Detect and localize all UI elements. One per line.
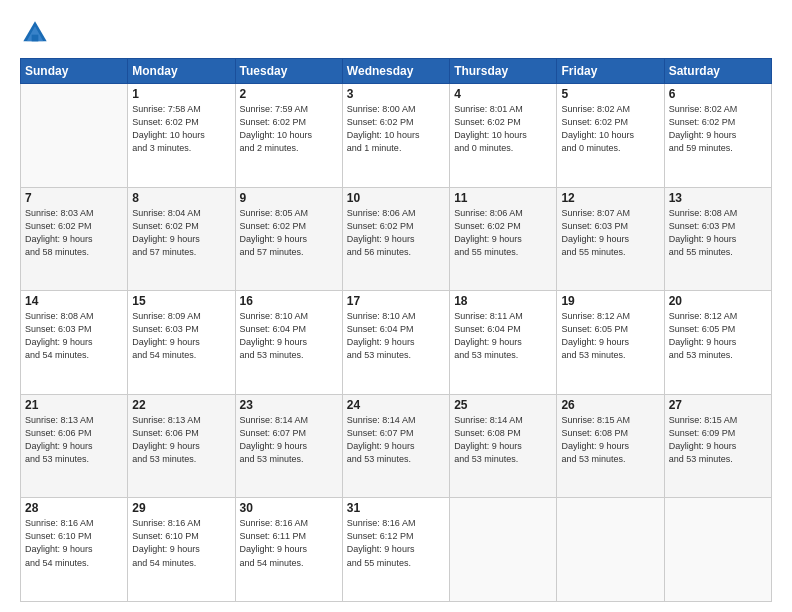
calendar-cell: 13Sunrise: 8:08 AM Sunset: 6:03 PM Dayli… — [664, 187, 771, 291]
week-row-5: 28Sunrise: 8:16 AM Sunset: 6:10 PM Dayli… — [21, 498, 772, 602]
day-info: Sunrise: 8:06 AM Sunset: 6:02 PM Dayligh… — [454, 207, 552, 259]
day-number: 28 — [25, 501, 123, 515]
day-info: Sunrise: 8:10 AM Sunset: 6:04 PM Dayligh… — [240, 310, 338, 362]
calendar-cell: 21Sunrise: 8:13 AM Sunset: 6:06 PM Dayli… — [21, 394, 128, 498]
day-number: 1 — [132, 87, 230, 101]
calendar-cell: 12Sunrise: 8:07 AM Sunset: 6:03 PM Dayli… — [557, 187, 664, 291]
calendar-cell: 30Sunrise: 8:16 AM Sunset: 6:11 PM Dayli… — [235, 498, 342, 602]
day-info: Sunrise: 8:08 AM Sunset: 6:03 PM Dayligh… — [25, 310, 123, 362]
calendar-cell: 24Sunrise: 8:14 AM Sunset: 6:07 PM Dayli… — [342, 394, 449, 498]
day-info: Sunrise: 8:15 AM Sunset: 6:08 PM Dayligh… — [561, 414, 659, 466]
day-info: Sunrise: 8:13 AM Sunset: 6:06 PM Dayligh… — [25, 414, 123, 466]
day-number: 7 — [25, 191, 123, 205]
day-info: Sunrise: 8:11 AM Sunset: 6:04 PM Dayligh… — [454, 310, 552, 362]
calendar-cell: 10Sunrise: 8:06 AM Sunset: 6:02 PM Dayli… — [342, 187, 449, 291]
logo — [20, 18, 54, 48]
day-number: 26 — [561, 398, 659, 412]
calendar-cell: 6Sunrise: 8:02 AM Sunset: 6:02 PM Daylig… — [664, 84, 771, 188]
weekday-header-sunday: Sunday — [21, 59, 128, 84]
day-number: 9 — [240, 191, 338, 205]
day-info: Sunrise: 8:06 AM Sunset: 6:02 PM Dayligh… — [347, 207, 445, 259]
week-row-2: 7Sunrise: 8:03 AM Sunset: 6:02 PM Daylig… — [21, 187, 772, 291]
day-number: 4 — [454, 87, 552, 101]
calendar-cell: 22Sunrise: 8:13 AM Sunset: 6:06 PM Dayli… — [128, 394, 235, 498]
calendar-cell: 1Sunrise: 7:58 AM Sunset: 6:02 PM Daylig… — [128, 84, 235, 188]
day-number: 13 — [669, 191, 767, 205]
calendar-cell: 9Sunrise: 8:05 AM Sunset: 6:02 PM Daylig… — [235, 187, 342, 291]
day-info: Sunrise: 8:10 AM Sunset: 6:04 PM Dayligh… — [347, 310, 445, 362]
calendar-cell: 2Sunrise: 7:59 AM Sunset: 6:02 PM Daylig… — [235, 84, 342, 188]
calendar-cell — [21, 84, 128, 188]
day-number: 8 — [132, 191, 230, 205]
weekday-header-row: SundayMondayTuesdayWednesdayThursdayFrid… — [21, 59, 772, 84]
calendar-cell: 18Sunrise: 8:11 AM Sunset: 6:04 PM Dayli… — [450, 291, 557, 395]
day-number: 11 — [454, 191, 552, 205]
day-number: 16 — [240, 294, 338, 308]
day-info: Sunrise: 8:16 AM Sunset: 6:10 PM Dayligh… — [132, 517, 230, 569]
calendar-cell: 17Sunrise: 8:10 AM Sunset: 6:04 PM Dayli… — [342, 291, 449, 395]
calendar-cell: 31Sunrise: 8:16 AM Sunset: 6:12 PM Dayli… — [342, 498, 449, 602]
day-info: Sunrise: 8:07 AM Sunset: 6:03 PM Dayligh… — [561, 207, 659, 259]
day-info: Sunrise: 8:14 AM Sunset: 6:07 PM Dayligh… — [347, 414, 445, 466]
calendar-cell: 14Sunrise: 8:08 AM Sunset: 6:03 PM Dayli… — [21, 291, 128, 395]
calendar-cell: 20Sunrise: 8:12 AM Sunset: 6:05 PM Dayli… — [664, 291, 771, 395]
day-info: Sunrise: 8:15 AM Sunset: 6:09 PM Dayligh… — [669, 414, 767, 466]
weekday-header-monday: Monday — [128, 59, 235, 84]
calendar-cell — [664, 498, 771, 602]
day-number: 30 — [240, 501, 338, 515]
calendar-cell: 16Sunrise: 8:10 AM Sunset: 6:04 PM Dayli… — [235, 291, 342, 395]
day-number: 18 — [454, 294, 552, 308]
day-number: 14 — [25, 294, 123, 308]
day-info: Sunrise: 7:59 AM Sunset: 6:02 PM Dayligh… — [240, 103, 338, 155]
day-info: Sunrise: 8:16 AM Sunset: 6:10 PM Dayligh… — [25, 517, 123, 569]
header — [20, 18, 772, 48]
day-number: 27 — [669, 398, 767, 412]
day-info: Sunrise: 8:09 AM Sunset: 6:03 PM Dayligh… — [132, 310, 230, 362]
day-number: 15 — [132, 294, 230, 308]
calendar: SundayMondayTuesdayWednesdayThursdayFrid… — [20, 58, 772, 602]
day-info: Sunrise: 8:02 AM Sunset: 6:02 PM Dayligh… — [669, 103, 767, 155]
calendar-cell: 25Sunrise: 8:14 AM Sunset: 6:08 PM Dayli… — [450, 394, 557, 498]
day-info: Sunrise: 7:58 AM Sunset: 6:02 PM Dayligh… — [132, 103, 230, 155]
calendar-cell: 15Sunrise: 8:09 AM Sunset: 6:03 PM Dayli… — [128, 291, 235, 395]
calendar-cell: 11Sunrise: 8:06 AM Sunset: 6:02 PM Dayli… — [450, 187, 557, 291]
day-info: Sunrise: 8:16 AM Sunset: 6:11 PM Dayligh… — [240, 517, 338, 569]
calendar-cell: 8Sunrise: 8:04 AM Sunset: 6:02 PM Daylig… — [128, 187, 235, 291]
day-number: 31 — [347, 501, 445, 515]
day-info: Sunrise: 8:03 AM Sunset: 6:02 PM Dayligh… — [25, 207, 123, 259]
calendar-cell: 29Sunrise: 8:16 AM Sunset: 6:10 PM Dayli… — [128, 498, 235, 602]
day-number: 12 — [561, 191, 659, 205]
weekday-header-friday: Friday — [557, 59, 664, 84]
calendar-cell: 5Sunrise: 8:02 AM Sunset: 6:02 PM Daylig… — [557, 84, 664, 188]
day-number: 20 — [669, 294, 767, 308]
day-info: Sunrise: 8:13 AM Sunset: 6:06 PM Dayligh… — [132, 414, 230, 466]
calendar-cell: 4Sunrise: 8:01 AM Sunset: 6:02 PM Daylig… — [450, 84, 557, 188]
day-info: Sunrise: 8:08 AM Sunset: 6:03 PM Dayligh… — [669, 207, 767, 259]
day-number: 19 — [561, 294, 659, 308]
week-row-3: 14Sunrise: 8:08 AM Sunset: 6:03 PM Dayli… — [21, 291, 772, 395]
day-info: Sunrise: 8:14 AM Sunset: 6:08 PM Dayligh… — [454, 414, 552, 466]
day-info: Sunrise: 8:14 AM Sunset: 6:07 PM Dayligh… — [240, 414, 338, 466]
day-number: 24 — [347, 398, 445, 412]
calendar-cell: 23Sunrise: 8:14 AM Sunset: 6:07 PM Dayli… — [235, 394, 342, 498]
day-number: 2 — [240, 87, 338, 101]
day-number: 29 — [132, 501, 230, 515]
day-info: Sunrise: 8:04 AM Sunset: 6:02 PM Dayligh… — [132, 207, 230, 259]
day-info: Sunrise: 8:01 AM Sunset: 6:02 PM Dayligh… — [454, 103, 552, 155]
logo-icon — [20, 18, 50, 48]
week-row-1: 1Sunrise: 7:58 AM Sunset: 6:02 PM Daylig… — [21, 84, 772, 188]
day-number: 10 — [347, 191, 445, 205]
calendar-cell — [557, 498, 664, 602]
calendar-cell: 26Sunrise: 8:15 AM Sunset: 6:08 PM Dayli… — [557, 394, 664, 498]
week-row-4: 21Sunrise: 8:13 AM Sunset: 6:06 PM Dayli… — [21, 394, 772, 498]
page: SundayMondayTuesdayWednesdayThursdayFrid… — [0, 0, 792, 612]
weekday-header-tuesday: Tuesday — [235, 59, 342, 84]
weekday-header-saturday: Saturday — [664, 59, 771, 84]
calendar-cell: 3Sunrise: 8:00 AM Sunset: 6:02 PM Daylig… — [342, 84, 449, 188]
weekday-header-wednesday: Wednesday — [342, 59, 449, 84]
day-number: 17 — [347, 294, 445, 308]
day-info: Sunrise: 8:00 AM Sunset: 6:02 PM Dayligh… — [347, 103, 445, 155]
svg-rect-2 — [32, 35, 39, 42]
day-number: 21 — [25, 398, 123, 412]
calendar-cell: 28Sunrise: 8:16 AM Sunset: 6:10 PM Dayli… — [21, 498, 128, 602]
